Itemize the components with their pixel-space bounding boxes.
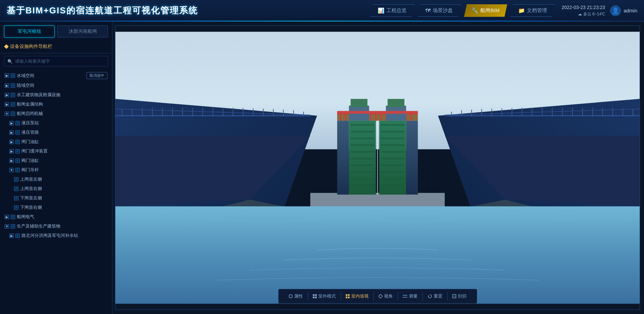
view-icon bbox=[378, 294, 382, 298]
tab-bim[interactable]: 🔧 船闸BIM bbox=[464, 4, 507, 17]
tree-item-label: 生产及辅助生产建筑物 bbox=[17, 223, 60, 229]
toolbar-reset[interactable]: 重置 bbox=[423, 292, 447, 301]
svg-rect-80 bbox=[351, 151, 374, 152]
tree-checkbox[interactable]: ✓ bbox=[14, 187, 18, 191]
toolbar-cut[interactable]: 剖切 bbox=[447, 292, 471, 301]
svg-rect-72 bbox=[337, 111, 418, 114]
tree-expand-btn[interactable]: ▶ bbox=[5, 215, 9, 219]
tab-overview[interactable]: 📊 工程总览 bbox=[370, 4, 414, 17]
sidebar: 军屯河枢纽 沐新河南船闸 设备设施构件导航栏 🔍 ▶✓水域空间取消选中▶✓陆域空… bbox=[0, 21, 112, 314]
toolbar-view[interactable]: 视角 bbox=[374, 292, 398, 301]
tree-item[interactable]: ▶✓液压管路 bbox=[0, 128, 112, 137]
header-info: 2022-03-23 21:23:23 ☁ 多云 6~14℃ bbox=[561, 4, 605, 17]
cancel-select-button[interactable]: 取消选中 bbox=[87, 72, 107, 79]
tree-item[interactable]: ▼✓阀门吊杆 bbox=[0, 165, 112, 175]
svg-rect-77 bbox=[351, 131, 374, 132]
toolbar-outdoor[interactable]: 室外模式 bbox=[308, 292, 341, 301]
app-title: 基于BIM+GIS的宿连航道工程可视化管理系统 bbox=[7, 5, 198, 16]
tree-item-label: 路北河分洪闸及军屯河补水站 bbox=[21, 233, 78, 239]
tree-expand-btn[interactable]: ▶ bbox=[5, 93, 9, 97]
tree-checkbox[interactable]: ✓ bbox=[11, 224, 15, 229]
header-user[interactable]: 👤 admin bbox=[610, 5, 637, 16]
search-input[interactable] bbox=[4, 56, 108, 66]
tree-expand-btn[interactable]: ▶ bbox=[9, 140, 14, 144]
tree-item[interactable]: ▶✓路北河分洪闸及军屯河补水站 bbox=[0, 231, 112, 240]
tree-expand-btn[interactable]: ▶ bbox=[9, 149, 14, 153]
tree-expand-btn[interactable]: ▼ bbox=[9, 168, 14, 172]
tree-expand-btn[interactable]: ▶ bbox=[9, 130, 14, 135]
tree-item[interactable]: ▶✓船闸金属结构 bbox=[0, 100, 112, 109]
tree-checkbox[interactable]: ✓ bbox=[15, 121, 20, 125]
tree-item-label: 陆域空间 bbox=[17, 82, 34, 88]
tab-scene-label: 场景沙盘 bbox=[433, 7, 453, 14]
tree-checkbox[interactable]: ✓ bbox=[11, 215, 15, 219]
tree-item[interactable]: ▶✓闸门缓冲装置 bbox=[0, 146, 112, 156]
toolbar-indoor[interactable]: 室内巡视 bbox=[341, 292, 374, 301]
user-avatar: 👤 bbox=[610, 5, 621, 16]
tree-expand-btn[interactable]: ▶ bbox=[5, 102, 9, 107]
tree-item[interactable]: ▶✓船闸电气 bbox=[0, 212, 112, 222]
nav-tabs: 📊 工程总览 🗺 场景沙盘 🔧 船闸BIM 📁 文档管理 bbox=[370, 4, 555, 17]
svg-rect-89 bbox=[381, 144, 405, 146]
tree-checkbox[interactable]: ✓ bbox=[15, 140, 20, 144]
tree-checkbox[interactable]: ✓ bbox=[15, 168, 20, 172]
svg-rect-101 bbox=[315, 297, 317, 298]
tree-item[interactable]: ▶✓水工建筑物及附属设施 bbox=[0, 90, 112, 100]
scene-icon: 🗺 bbox=[425, 8, 431, 14]
svg-rect-67 bbox=[406, 121, 418, 194]
tree-item[interactable]: ▶✓水域空间取消选中 bbox=[0, 70, 112, 81]
svg-rect-100 bbox=[313, 297, 314, 298]
tree-item[interactable]: ✓下闸首左侧 bbox=[0, 193, 112, 203]
tab-bim-label: 船闸BIM bbox=[480, 7, 499, 14]
svg-rect-76 bbox=[351, 124, 374, 126]
tree-expand-btn[interactable]: ▶ bbox=[5, 83, 9, 88]
tab-docs-label: 文档管理 bbox=[527, 7, 547, 14]
tree-checkbox[interactable]: ✓ bbox=[11, 102, 15, 107]
tree-item-label: 船闸金属结构 bbox=[17, 101, 43, 107]
toolbar-measure[interactable]: 测量 bbox=[398, 292, 423, 301]
tree-expand-btn[interactable]: ▶ bbox=[5, 73, 9, 78]
tree-checkbox[interactable]: ✓ bbox=[15, 159, 20, 163]
tree-item[interactable]: ▶✓阀门油缸 bbox=[0, 156, 112, 165]
tree-item[interactable]: ▼✓生产及辅助生产建筑物 bbox=[0, 222, 112, 231]
tree-expand-btn[interactable]: ▼ bbox=[5, 224, 9, 229]
sidebar-tabs: 军屯河枢纽 沐新河南船闸 bbox=[0, 21, 112, 38]
tree-item[interactable]: ▼✓船闸启闭机械 bbox=[0, 109, 112, 118]
tree-checkbox[interactable]: ✓ bbox=[14, 205, 18, 210]
tree-checkbox[interactable]: ✓ bbox=[11, 73, 15, 78]
tree-item[interactable]: ✓下闸首右侧 bbox=[0, 203, 112, 212]
tree-checkbox[interactable]: ✓ bbox=[14, 196, 18, 200]
sidebar-tab-1[interactable]: 军屯河枢纽 bbox=[4, 25, 55, 38]
tree-checkbox[interactable]: ✓ bbox=[14, 177, 18, 182]
tab-scene[interactable]: 🗺 场景沙盘 bbox=[418, 4, 461, 17]
tree-item[interactable]: ✓上闸首左侧 bbox=[0, 175, 112, 184]
tree-checkbox[interactable]: ✓ bbox=[15, 234, 20, 238]
tree-checkbox[interactable]: ✓ bbox=[11, 83, 15, 88]
tree-item[interactable]: ✓上闸首右侧 bbox=[0, 184, 112, 193]
viewport: Rit 属性 室外模式 bbox=[115, 25, 640, 310]
toolbar-attr[interactable]: 属性 bbox=[284, 292, 308, 301]
svg-rect-91 bbox=[381, 158, 405, 159]
tree-checkbox[interactable]: ✓ bbox=[15, 130, 20, 135]
svg-rect-93 bbox=[381, 171, 405, 173]
tree-expand-btn[interactable]: ▼ bbox=[5, 112, 9, 116]
search-icon: 🔍 bbox=[7, 59, 13, 64]
svg-rect-90 bbox=[381, 151, 405, 152]
tree-checkbox[interactable]: ✓ bbox=[11, 93, 15, 97]
tree-expand-btn[interactable]: ▶ bbox=[9, 234, 14, 238]
svg-rect-88 bbox=[381, 137, 405, 139]
tree-checkbox[interactable]: ✓ bbox=[15, 149, 20, 153]
tree-checkbox[interactable]: ✓ bbox=[11, 112, 15, 116]
datetime: 2022-03-23 21:23:23 bbox=[561, 4, 605, 11]
tree-item[interactable]: ▶✓液压泵站 bbox=[0, 118, 112, 128]
weather: ☁ 多云 6~14℃ bbox=[578, 11, 605, 17]
tree-item[interactable]: ▶✓陆域空间 bbox=[0, 81, 112, 90]
tree-expand-btn[interactable]: ▶ bbox=[9, 121, 14, 125]
svg-rect-104 bbox=[345, 297, 347, 298]
sidebar-tab-2[interactable]: 沐新河南船闸 bbox=[57, 25, 108, 38]
reset-icon bbox=[427, 294, 432, 299]
tree-expand-btn[interactable]: ▶ bbox=[9, 159, 14, 163]
tree-item[interactable]: ▶✓闸门油缸 bbox=[0, 137, 112, 146]
tree-item-label: 船闸启闭机械 bbox=[17, 111, 43, 117]
tab-docs[interactable]: 📁 文档管理 bbox=[511, 4, 555, 17]
